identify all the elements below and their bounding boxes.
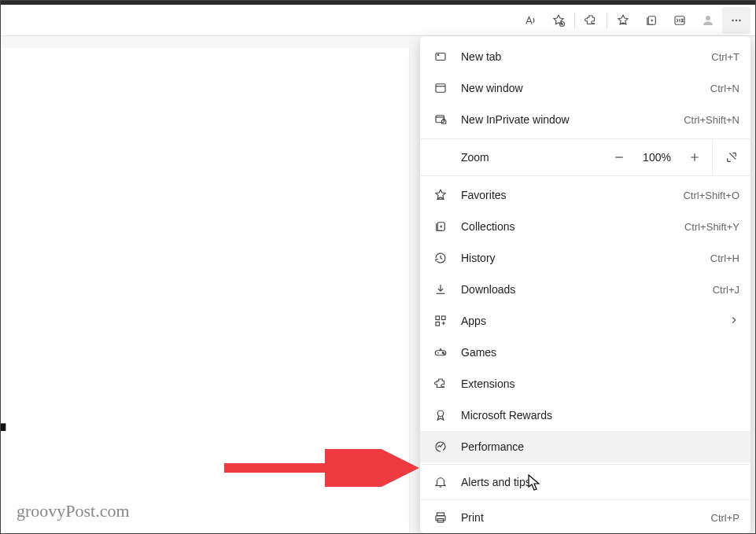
svg-rect-14	[442, 316, 446, 320]
page-headline: ted. first	[1, 385, 9, 490]
svg-rect-15	[436, 322, 440, 326]
history-icon	[431, 249, 450, 267]
svg-point-19	[437, 411, 444, 417]
svg-point-3	[706, 16, 710, 20]
menu-zoom-row: Zoom 100%	[420, 138, 750, 176]
menu-label: Extensions	[461, 377, 739, 390]
favorites-icon[interactable]	[609, 7, 637, 34]
menu-label: Performance	[461, 440, 739, 453]
menu-collections[interactable]: Collections Ctrl+Shift+Y	[420, 211, 750, 242]
menu-shortcut: Ctrl+Shift+O	[683, 190, 739, 201]
menu-label: Downloads	[461, 283, 713, 296]
new-window-icon	[431, 79, 450, 98]
read-aloud-icon[interactable]	[516, 7, 544, 34]
menu-label: New InPrivate window	[461, 113, 684, 126]
menu-history[interactable]: History Ctrl+H	[420, 242, 750, 274]
menu-shortcut: Ctrl+T	[711, 51, 739, 63]
menu-label: Favorites	[461, 189, 683, 201]
menu-separator	[420, 499, 750, 500]
menu-label: Games	[461, 346, 739, 359]
zoom-value: 100%	[636, 151, 677, 164]
inprivate-icon	[431, 110, 450, 129]
settings-menu: New tab Ctrl+T New window Ctrl+N New InP…	[420, 36, 750, 533]
svg-point-18	[443, 353, 444, 355]
profile-icon[interactable]	[694, 7, 722, 34]
toolbar-separator	[574, 13, 575, 28]
more-menu-button[interactable]	[722, 7, 750, 34]
rewards-icon	[431, 406, 450, 425]
menu-alerts[interactable]: Alerts and tips	[420, 466, 750, 498]
menu-new-window[interactable]: New window Ctrl+N	[420, 72, 750, 104]
page-surface: ted. first	[1, 48, 410, 533]
menu-label: Collections	[461, 220, 684, 233]
menu-games[interactable]: Games	[420, 337, 750, 368]
svg-rect-7	[436, 53, 445, 61]
svg-point-6	[739, 19, 740, 20]
games-icon	[431, 343, 450, 362]
downloads-icon	[431, 280, 450, 299]
chevron-right-icon	[728, 315, 739, 328]
new-tab-icon	[431, 47, 450, 66]
extensions-icon[interactable]	[577, 7, 605, 34]
menu-rewards[interactable]: Microsoft Rewards	[420, 400, 750, 431]
menu-label: Print	[461, 511, 711, 524]
fullscreen-button[interactable]	[713, 138, 750, 176]
menu-label: New window	[461, 82, 710, 94]
extensions-icon	[431, 374, 450, 393]
menu-apps[interactable]: Apps	[420, 305, 750, 337]
print-icon	[431, 508, 450, 527]
zoom-out-button[interactable]	[602, 138, 636, 176]
performance-icon	[431, 437, 450, 456]
menu-shortcut: Ctrl+P	[711, 512, 739, 524]
menu-label: Alerts and tips	[461, 476, 739, 488]
menu-label: Microsoft Rewards	[461, 409, 739, 422]
headline-line2: first	[1, 457, 9, 490]
menu-new-inprivate[interactable]: New InPrivate window Ctrl+Shift+N	[420, 104, 750, 135]
menu-downloads[interactable]: Downloads Ctrl+J	[420, 274, 750, 305]
math-solver-icon[interactable]	[666, 7, 694, 34]
zoom-label: Zoom	[461, 151, 602, 164]
menu-label: History	[461, 252, 710, 264]
collections-icon[interactable]	[637, 7, 666, 34]
menu-label: New tab	[461, 50, 711, 63]
menu-print[interactable]: Print Ctrl+P	[420, 502, 750, 533]
menu-shortcut: Ctrl+J	[713, 284, 739, 296]
svg-point-4	[732, 19, 733, 20]
menu-performance[interactable]: Performance	[420, 431, 750, 462]
bell-icon	[431, 473, 450, 492]
add-favorite-icon[interactable]	[544, 7, 573, 34]
browser-toolbar	[1, 5, 755, 36]
svg-point-5	[736, 19, 737, 20]
menu-label: Apps	[461, 315, 728, 327]
apps-icon	[431, 311, 450, 330]
menu-shortcut: Ctrl+H	[710, 252, 739, 264]
collections-icon	[431, 217, 450, 236]
menu-shortcut: Ctrl+Shift+Y	[684, 221, 739, 233]
zoom-in-button[interactable]	[677, 138, 712, 176]
menu-shortcut: Ctrl+N	[710, 83, 739, 94]
toolbar-separator	[607, 13, 607, 28]
favorites-icon	[431, 186, 450, 204]
menu-separator	[420, 464, 750, 465]
menu-favorites[interactable]: Favorites Ctrl+Shift+O	[420, 179, 750, 211]
menu-new-tab[interactable]: New tab Ctrl+T	[420, 41, 750, 72]
menu-shortcut: Ctrl+Shift+N	[684, 114, 739, 126]
headline-line1: ted.	[1, 385, 9, 443]
svg-point-8	[437, 54, 439, 56]
menu-extensions[interactable]: Extensions	[420, 368, 750, 400]
svg-rect-13	[436, 316, 440, 320]
watermark-text: groovyPost.com	[17, 501, 130, 521]
svg-rect-9	[436, 84, 445, 93]
